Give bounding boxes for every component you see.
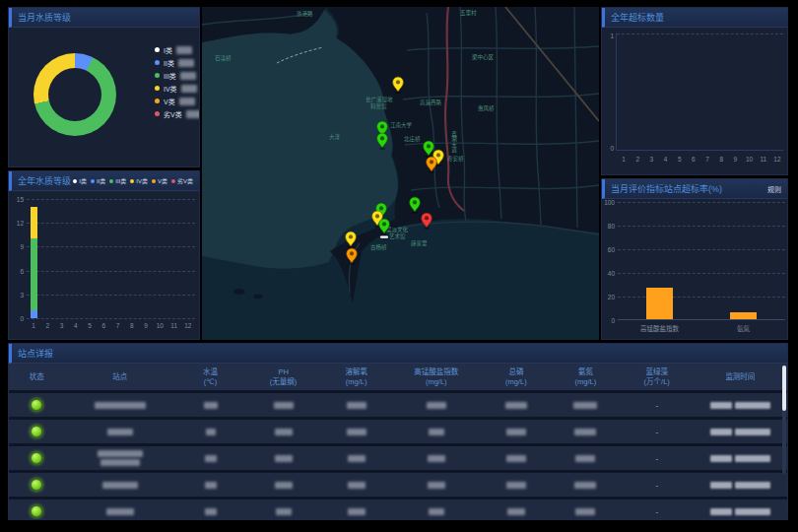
value-cell — [321, 455, 391, 462]
panel-title: 当月水质等级 — [18, 11, 71, 24]
column-header[interactable]: PH(无量纲) — [245, 367, 322, 386]
legend-item[interactable]: I类 — [155, 43, 200, 56]
panel-exceed-count-header: 全年超标数量 — [602, 8, 787, 28]
exceed-rate-chart[interactable]: 020406080100 — [618, 202, 785, 320]
rate-bar — [730, 312, 757, 319]
map[interactable]: 渔港路五里村梁中心区石渎桥高浪西路惠风桥长广溪湿地科普馆江南大学北庄桥蠡湖大道寿… — [202, 7, 599, 340]
legend-item[interactable]: II类 — [91, 176, 105, 185]
map-label: 北庄桥 — [404, 135, 421, 143]
column-header[interactable]: 氨氮(mg/L) — [551, 367, 621, 386]
column-unit: (无量纲) — [245, 377, 322, 386]
gridline — [27, 318, 195, 319]
rate-bar-label: 氨氮 — [737, 323, 750, 333]
time-redacted — [735, 429, 770, 435]
status-cell — [9, 399, 64, 411]
value-redacted — [428, 482, 445, 489]
time-redacted — [735, 455, 770, 462]
value-cell — [391, 508, 482, 515]
legend-item[interactable]: III类 — [109, 176, 126, 185]
legend-dot — [155, 73, 160, 78]
value-redacted — [205, 508, 217, 515]
panel-exceed-rate-header: 当月评价指标站点超标率(%) 规则 — [602, 179, 787, 199]
legend-label: 劣V类 — [164, 109, 182, 119]
legend-item[interactable]: IV类 — [130, 176, 148, 185]
legend-label: III类 — [164, 71, 176, 81]
exceed-count-chart[interactable]: 01123456789101112 — [616, 33, 783, 151]
column-header[interactable]: 高锰酸盐指数(mg/L) — [391, 367, 482, 386]
pin-hole — [427, 144, 431, 148]
map-canvas: 渔港路五里村梁中心区石渎桥高浪西路惠风桥长广溪湿地科普馆江南大学北庄桥蠡湖大道寿… — [202, 7, 599, 340]
x-tick-label: 12 — [773, 156, 780, 163]
rules-link[interactable]: 规则 — [767, 184, 781, 194]
legend-item[interactable]: II类 — [155, 56, 200, 69]
value-cell — [551, 429, 621, 435]
column-header[interactable]: 溶解氧(mg/L) — [321, 367, 391, 386]
station-table-head: 状态站点水温(℃)PH(无量纲)溶解氧(mg/L)高锰酸盐指数(mg/L)总磷(… — [9, 364, 787, 390]
column-header[interactable]: 站点 — [64, 372, 175, 381]
x-tick-label: 1 — [622, 156, 626, 163]
column-header[interactable]: 监测时间 — [694, 372, 787, 381]
pin-hole — [436, 153, 440, 157]
x-tick-label: 3 — [650, 156, 654, 163]
gridline — [27, 199, 195, 200]
value-cell — [391, 455, 482, 462]
annual-quality-chart[interactable]: 03691215123456789101112 — [27, 199, 195, 318]
legend-item[interactable]: 劣V类 — [155, 107, 200, 120]
value-cell — [175, 482, 245, 489]
map-label: 吴派文化 — [386, 226, 409, 233]
pin-hole — [380, 124, 384, 128]
table-row[interactable]: - — [9, 473, 787, 497]
legend-item[interactable]: V类 — [155, 95, 200, 107]
value-redacted — [573, 402, 597, 409]
column-header[interactable]: 水温(℃) — [175, 367, 245, 386]
value-cell — [391, 482, 482, 489]
y-tick-label: 3 — [10, 291, 24, 298]
status-cell — [9, 452, 64, 464]
value-redacted — [275, 455, 293, 462]
gridline — [27, 271, 195, 272]
y-tick-label: 20 — [601, 294, 615, 300]
status-indicator — [31, 479, 42, 491]
value-cell — [391, 429, 482, 435]
column-header[interactable]: 蓝绿藻(万个/L) — [621, 367, 694, 386]
map-label: 江南大学 — [390, 121, 413, 129]
table-row[interactable]: - — [9, 446, 787, 470]
station-name-redacted — [98, 450, 143, 457]
gridline — [617, 33, 783, 34]
legend-item[interactable]: V类 — [152, 176, 167, 185]
time-redacted — [735, 508, 770, 515]
status-cell — [9, 479, 64, 491]
status-cell — [9, 426, 64, 437]
station-name-redacted — [100, 459, 140, 466]
value-redacted — [347, 429, 366, 435]
legend-label: II类 — [97, 176, 105, 185]
y-tick-label: 60 — [601, 246, 615, 253]
column-header[interactable]: 总磷(mg/L) — [482, 367, 552, 386]
column-header[interactable]: 状态 — [9, 372, 64, 381]
value-redacted — [574, 429, 596, 435]
x-tick-label: 12 — [184, 322, 191, 329]
pin-selected-indicator — [380, 236, 388, 238]
x-tick-label: 6 — [102, 322, 106, 329]
table-row[interactable]: - — [9, 499, 787, 520]
algae-value: - — [655, 507, 658, 516]
legend-item[interactable]: IV类 — [155, 82, 200, 95]
bar-segment — [31, 310, 37, 318]
legend-item[interactable]: III类 — [155, 69, 200, 82]
map-label: 五里村 — [460, 9, 477, 16]
table-scrollbar-thumb[interactable] — [782, 366, 786, 411]
table-row[interactable]: - — [9, 420, 787, 443]
legend-item[interactable]: I类 — [73, 176, 87, 185]
table-row[interactable]: - — [9, 393, 787, 417]
panel-annual-quality: 全年水质等级 I类II类III类IV类V类劣V类 036912151234567… — [8, 170, 200, 340]
value-redacted — [348, 508, 366, 515]
station-name-redacted — [95, 402, 146, 409]
legend-label: III类 — [115, 176, 126, 185]
value-redacted — [274, 402, 294, 409]
legend-item[interactable]: 劣V类 — [171, 176, 193, 185]
value-redacted — [428, 455, 445, 462]
x-tick-label: 9 — [144, 322, 148, 329]
algae-cell: - — [621, 428, 694, 436]
value-redacted — [427, 402, 446, 409]
column-label: 水温 — [175, 367, 245, 376]
